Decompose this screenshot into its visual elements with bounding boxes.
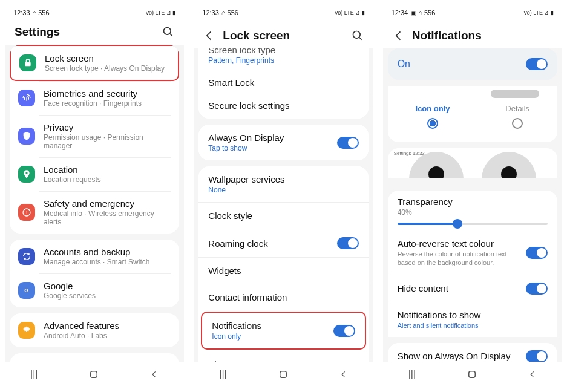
search-icon[interactable] bbox=[352, 30, 364, 42]
screen-lock-screen: 12:33 ⌂ 556 Vo) LTE ⊿ ▮ Lock screen Scre… bbox=[194, 5, 373, 387]
home-button[interactable] bbox=[278, 369, 289, 380]
item-title: Safety and emergency bbox=[44, 198, 171, 209]
item-title: Lock screen bbox=[45, 53, 169, 64]
status-indicators-left: ⌂ 556 bbox=[33, 9, 50, 16]
home-button[interactable] bbox=[88, 369, 99, 380]
item-title: Always On Display bbox=[208, 132, 336, 143]
gear-icon bbox=[18, 322, 35, 339]
row-subtitle: Alert and silent notifications bbox=[398, 321, 548, 330]
nav-bar: ||| bbox=[194, 362, 373, 387]
back-button[interactable] bbox=[528, 370, 537, 379]
toggle-auto-reverse[interactable] bbox=[526, 247, 548, 259]
item-google[interactable]: G Google Google services bbox=[10, 273, 179, 307]
back-icon[interactable] bbox=[393, 30, 405, 42]
item-shortcuts[interactable]: Shortcuts Phone, Camera bbox=[198, 351, 368, 362]
row-subtitle: Reverse the colour of notification text … bbox=[398, 250, 519, 267]
item-subtitle: Screen lock type · Always On Display bbox=[45, 64, 169, 73]
item-smart-lock[interactable]: Smart Lock bbox=[198, 73, 368, 96]
toggle-hide-content[interactable] bbox=[526, 283, 548, 295]
group: Always On Display Tap to show bbox=[198, 125, 368, 160]
slider-thumb[interactable] bbox=[453, 219, 462, 229]
back-button[interactable] bbox=[150, 370, 159, 379]
header: Settings bbox=[5, 21, 184, 45]
item-subtitle: Manage accounts · Smart Switch bbox=[44, 258, 171, 266]
back-button[interactable] bbox=[339, 370, 348, 379]
toggle-notifications[interactable] bbox=[333, 325, 355, 337]
group: Screen lock type Pattern, Fingerprints S… bbox=[198, 48, 368, 119]
toggle-roaming[interactable] bbox=[337, 237, 359, 249]
svg-point-3 bbox=[25, 172, 27, 174]
item-title: Digital Wellbeing and parental controls bbox=[44, 361, 171, 362]
settings-group: Advanced features Android Auto · Labs bbox=[10, 313, 179, 347]
item-screen-lock-type[interactable]: Screen lock type Pattern, Fingerprints bbox=[198, 48, 368, 73]
page-title: Settings bbox=[15, 25, 155, 39]
item-lock-screen[interactable]: Lock screen Screen lock type · Always On… bbox=[10, 45, 179, 81]
item-wallpaper[interactable]: Wallpaper services None bbox=[198, 166, 368, 202]
item-biometrics[interactable]: Biometrics and security Face recognition… bbox=[10, 81, 179, 115]
radio-icon-only[interactable]: Icon only bbox=[416, 104, 450, 129]
toggle-aod[interactable] bbox=[337, 137, 359, 149]
recents-button[interactable]: ||| bbox=[219, 369, 226, 380]
row-aod[interactable]: Show on Always On Display bbox=[388, 343, 557, 362]
header: Lock screen bbox=[194, 21, 373, 48]
item-location[interactable]: Location Location requests bbox=[10, 157, 179, 191]
status-bar: 12:33 ⌂ 556 Vo) LTE ⊿ ▮ bbox=[194, 5, 373, 21]
item-clock-style[interactable]: Clock style bbox=[198, 202, 368, 229]
item-accounts[interactable]: Accounts and backup Manage accounts · Sm… bbox=[10, 240, 179, 273]
transparency-slider[interactable] bbox=[398, 223, 548, 225]
sos-icon: ! bbox=[18, 204, 35, 221]
search-icon[interactable] bbox=[162, 26, 174, 38]
preview-panel: Settings 12:33 bbox=[388, 148, 557, 178]
settings-list: Lock screen Screen lock type · Always On… bbox=[5, 45, 184, 362]
item-privacy[interactable]: Privacy Permission usage · Permission ma… bbox=[10, 115, 179, 157]
svg-text:G: G bbox=[24, 287, 28, 293]
fingerprint-icon bbox=[18, 90, 35, 106]
item-title: Biometrics and security bbox=[44, 88, 171, 99]
toggle-master[interactable] bbox=[526, 58, 548, 70]
item-title: Location bbox=[44, 165, 171, 175]
home-button[interactable] bbox=[467, 369, 477, 380]
sync-icon bbox=[18, 248, 35, 265]
lock-icon bbox=[19, 54, 36, 71]
row-hide-content[interactable]: Hide content bbox=[388, 275, 557, 302]
item-roaming-clock[interactable]: Roaming clock bbox=[198, 229, 368, 257]
svg-text:!: ! bbox=[26, 211, 27, 214]
notifications-content: On Icon only Details Settings 12:3 bbox=[383, 48, 562, 362]
item-widgets[interactable]: Widgets bbox=[198, 257, 368, 284]
back-icon[interactable] bbox=[203, 30, 215, 42]
item-advanced[interactable]: Advanced features Android Auto · Labs bbox=[10, 313, 179, 347]
style-selector: Icon only Details bbox=[388, 86, 557, 142]
status-indicators-right: Vo) LTE ⊿ ▮ bbox=[523, 10, 554, 16]
preview-details bbox=[491, 90, 539, 98]
preview-icon bbox=[482, 152, 536, 178]
item-aod[interactable]: Always On Display Tap to show bbox=[198, 125, 368, 160]
lock-screen-list: Screen lock type Pattern, Fingerprints S… bbox=[194, 48, 373, 362]
status-indicators-left: ▣ ⌂ 556 bbox=[410, 9, 435, 17]
recents-button[interactable]: ||| bbox=[408, 369, 416, 380]
item-secure-lock[interactable]: Secure lock settings bbox=[198, 96, 368, 119]
row-title: Auto-reverse text colour bbox=[398, 238, 519, 249]
row-notif-to-show[interactable]: Notifications to show Alert and silent n… bbox=[388, 302, 557, 337]
settings-group: Lock screen Screen lock type · Always On… bbox=[10, 45, 179, 234]
recents-button[interactable]: ||| bbox=[30, 369, 38, 380]
google-icon: G bbox=[18, 282, 35, 299]
row-title: Show on Always On Display bbox=[398, 351, 519, 361]
svg-rect-2 bbox=[25, 62, 30, 67]
item-subtitle: Google services bbox=[44, 292, 171, 300]
item-safety[interactable]: ! Safety and emergency Medical info · Wi… bbox=[10, 191, 179, 234]
item-title: Clock style bbox=[208, 211, 358, 221]
item-notifications[interactable]: Notifications Icon only bbox=[201, 312, 365, 350]
row-auto-reverse[interactable]: Auto-reverse text colour Reverse the col… bbox=[388, 231, 557, 275]
item-contact-info[interactable]: Contact information bbox=[198, 284, 368, 310]
master-toggle-row[interactable]: On bbox=[388, 48, 557, 80]
transparency-row: Transparency 40% bbox=[388, 191, 557, 231]
status-indicators-right: Vo) LTE ⊿ ▮ bbox=[335, 10, 365, 16]
screen-notifications: 12:34 ▣ ⌂ 556 Vo) LTE ⊿ ▮ Notifications … bbox=[383, 5, 562, 387]
radio-details[interactable]: Details bbox=[505, 104, 529, 129]
svg-line-11 bbox=[359, 38, 361, 40]
nav-bar: ||| bbox=[383, 362, 562, 387]
status-indicators-right: Vo) LTE ⊿ ▮ bbox=[145, 10, 175, 16]
item-wellbeing[interactable]: Digital Wellbeing and parental controls … bbox=[10, 353, 179, 362]
toggle-aod[interactable] bbox=[526, 350, 548, 362]
header: Notifications bbox=[383, 21, 562, 48]
